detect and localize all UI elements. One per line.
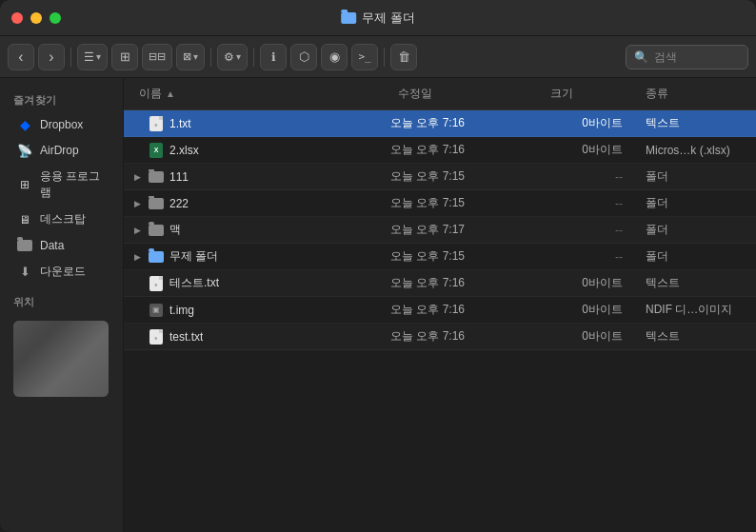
airdrop-icon: 📡 [17,143,32,158]
sidebar-item-data[interactable]: Data [4,233,119,258]
folder-icon [17,238,32,253]
file-type: 텍스트 [638,275,756,291]
file-icon [149,249,164,265]
sidebar-item-airdrop[interactable]: 📡 AirDrop [4,138,119,163]
eye-button[interactable]: ◉ [321,44,348,70]
file-size: 0바이트 [543,275,638,291]
table-row[interactable]: X 2.xlsx 오늘 오후 7:16 0바이트 Micros…k (.xlsx… [124,137,756,164]
file-rows: ≡ 1.txt 오늘 오후 7:16 0바이트 텍스트 X 2.xlsx 오늘 … [124,110,756,350]
column-header-date[interactable]: 수정일 [390,82,543,106]
forward-icon: › [49,49,53,66]
table-row[interactable]: ▶ 111 오늘 오후 7:15 -- 폴더 [124,164,756,190]
toolbar-sep-4 [384,48,385,67]
table-row[interactable]: ▶ 무제 폴더 오늘 오후 7:15 -- 폴더 [124,244,756,270]
txt-file-icon: ≡ [149,276,163,291]
view-icons-button[interactable]: ⊞ [111,44,138,70]
file-date: 오늘 오후 7:16 [390,142,543,158]
search-icon: 🔍 [634,50,648,64]
eye-icon: ◉ [329,49,340,64]
file-icon: ≡ [149,116,164,131]
title-folder-icon [341,12,356,24]
search-input[interactable] [654,50,740,64]
column-header-type[interactable]: 종류 [638,82,756,106]
icons-view-icon: ⊞ [120,49,130,64]
file-name: t.img [169,304,194,317]
table-row[interactable]: ≡ 테스트.txt 오늘 오후 7:16 0바이트 텍스트 [124,270,756,297]
table-row[interactable]: ≡ 1.txt 오늘 오후 7:16 0바이트 텍스트 [124,110,756,137]
file-date: 오늘 오후 7:15 [390,168,543,185]
location-thumbnail [13,321,109,397]
expand-arrow-icon[interactable]: ▶ [131,172,143,182]
info-button[interactable]: ℹ [260,44,287,70]
maximize-button[interactable] [50,12,61,24]
file-size: 0바이트 [543,115,638,131]
file-type: 폴더 [638,168,756,185]
downloads-icon: ⬇ [17,265,32,280]
trash-button[interactable]: 🗑 [390,44,417,70]
file-type: Micros…k (.xlsx) [638,144,756,157]
minimize-button[interactable] [30,12,42,24]
share-button[interactable]: ⬡ [290,44,317,70]
table-row[interactable]: ≡ test.txt 오늘 오후 7:16 0바이트 텍스트 [124,324,756,350]
file-name-cell: ≡ test.txt [124,329,390,345]
terminal-button[interactable]: >_ [351,44,378,70]
trash-icon: 🗑 [398,49,410,64]
file-name: 테스트.txt [169,275,219,291]
file-date: 오늘 오후 7:15 [390,248,543,265]
file-name-cell: ≡ 1.txt [124,116,390,131]
back-button[interactable]: ‹ [8,44,34,70]
settings-button[interactable]: ⚙ ▾ [217,44,248,70]
file-name: 222 [169,197,189,210]
sidebar-item-label: AirDrop [40,144,79,157]
file-size: -- [543,197,638,210]
chevron-down-icon: ▾ [96,51,101,62]
view-gallery-button[interactable]: ⊠ ▾ [176,44,205,70]
forward-button[interactable]: › [38,44,65,70]
folder-icon [149,225,164,236]
file-date: 오늘 오후 7:16 [390,328,543,345]
expand-arrow-icon[interactable]: ▶ [131,199,143,208]
view-list-button[interactable]: ☰ ▾ [77,44,108,70]
file-name-cell: ▶ 111 [124,169,390,185]
file-icon [149,196,164,211]
file-icon: ≡ [149,276,164,291]
sidebar-item-label: Data [40,239,64,252]
txt-file-icon: ≡ [149,116,163,131]
traffic-lights [11,12,61,24]
table-row[interactable]: ▣ t.img 오늘 오후 7:16 0바이트 NDIF 디…이미지 [124,297,756,324]
table-row[interactable]: ▶ 222 오늘 오후 7:15 -- 폴더 [124,190,756,217]
file-type: NDIF 디…이미지 [638,302,756,318]
sidebar-item-apps[interactable]: ⊞ 응용 프로그램 [4,164,119,206]
toolbar-sep-2 [210,48,211,67]
gallery-view-icon: ⊠ [183,50,191,63]
sidebar-item-label: 데스크탑 [40,211,86,227]
view-icon: ☰ [84,50,94,64]
expand-arrow-icon[interactable]: ▶ [131,252,143,262]
window-title: 무제 폴더 [341,10,415,27]
toolbar: ‹ › ☰ ▾ ⊞ ⊟⊟ ⊠ ▾ ⚙ ▾ ℹ ⬡ ◉ >_ 🗑 🔍 [0,36,756,78]
sidebar-item-label: 다운로드 [40,264,86,280]
toolbar-sep-3 [253,48,254,67]
file-type: 텍스트 [638,328,756,345]
file-name: 111 [169,170,189,184]
file-list-container[interactable]: 이름 ▲ 수정일 크기 종류 ≡ 1.txt 오늘 오후 7:16 0바이트 텍… [124,78,756,532]
view-columns-button[interactable]: ⊟⊟ [142,44,172,70]
info-icon: ℹ [271,50,276,64]
file-icon [149,169,164,185]
dropbox-icon: ◆ [17,117,32,132]
sidebar-item-desktop[interactable]: 🖥 데스크탑 [4,207,119,232]
close-button[interactable] [11,12,23,24]
main-content: 즐겨찾기 ◆ Dropbox 📡 AirDrop ⊞ 응용 프로그램 🖥 데스크… [0,78,756,532]
search-box[interactable]: 🔍 [626,45,748,69]
expand-arrow-icon[interactable]: ▶ [131,226,143,235]
sidebar-item-dropbox[interactable]: ◆ Dropbox [4,112,119,137]
title-bar: 무제 폴더 [0,0,756,36]
table-row[interactable]: ▶ 맥 오늘 오후 7:17 -- 폴더 [124,217,756,244]
file-size: 0바이트 [543,302,638,318]
column-header-name[interactable]: 이름 ▲ [124,82,390,106]
file-date: 오늘 오후 7:16 [390,302,543,318]
back-icon: ‹ [18,49,23,66]
column-header-size[interactable]: 크기 [543,82,638,106]
file-name: test.txt [169,330,203,344]
sidebar-item-downloads[interactable]: ⬇ 다운로드 [4,259,119,285]
